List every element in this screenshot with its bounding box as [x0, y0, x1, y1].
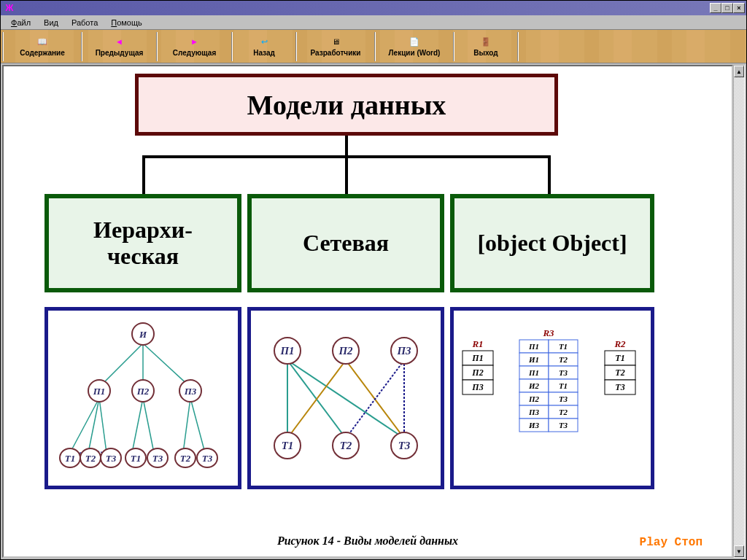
root-box: Модели данных	[135, 74, 558, 136]
scroll-up-button[interactable]: ▲	[734, 66, 744, 77]
net-svg: П1П2П3 Т1Т2Т3	[251, 311, 441, 486]
content-area: Модели данных Иерархи-ческая Сетевая [ob…	[1, 63, 746, 559]
svg-text:Т3: Т3	[559, 394, 568, 403]
prev-button[interactable]: ◄ Предыдущая	[85, 32, 154, 61]
svg-text:Т2: Т2	[180, 453, 191, 464]
svg-line-0	[99, 343, 143, 387]
svg-text:П3: П3	[528, 408, 540, 416]
rel-title: [object Object]	[477, 230, 627, 256]
arrow-right-icon: ►	[189, 36, 201, 47]
svg-text:R2: R2	[614, 338, 626, 349]
svg-text:Т1: Т1	[65, 453, 75, 464]
titlebar: Ж _ □ ×	[1, 1, 746, 15]
back-arrow-icon: ↩	[258, 36, 270, 47]
svg-text:R3: R3	[542, 327, 554, 338]
toolbar: 📖 Содержание ◄ Предыдущая ► Следующая ↩ …	[1, 30, 746, 63]
rel-body: R1 П1П2П3 R3	[450, 307, 654, 489]
svg-text:П2: П2	[136, 386, 150, 397]
svg-text:И: И	[139, 329, 147, 340]
svg-text:И3: И3	[528, 421, 540, 429]
svg-text:П3: П3	[471, 382, 483, 392]
hier-body: И П1П2П3 Т1Т2Т3 Т1Т3 Т2Т3	[44, 307, 241, 489]
close-button[interactable]: ×	[733, 3, 745, 13]
lectures-button[interactable]: 📄 Лекции (Word)	[378, 32, 451, 61]
computer-icon: 🖥	[330, 36, 341, 47]
svg-text:Т1: Т1	[131, 453, 141, 464]
svg-text:П2: П2	[338, 345, 353, 357]
svg-text:П1: П1	[528, 368, 539, 377]
svg-line-6	[132, 398, 143, 453]
svg-text:Т3: Т3	[202, 453, 213, 464]
svg-text:Т1: Т1	[559, 381, 568, 390]
svg-text:Т1: Т1	[559, 342, 568, 351]
menu-work[interactable]: Работа	[66, 17, 104, 28]
vertical-scrollbar[interactable]: ▲ ▼	[733, 65, 745, 558]
stop-link[interactable]: Стоп	[675, 536, 703, 549]
svg-text:Т3: Т3	[106, 453, 117, 464]
doc-icon: 📄	[409, 36, 420, 47]
svg-line-5	[99, 398, 107, 453]
book-icon: 📖	[36, 36, 48, 47]
svg-line-4	[88, 398, 99, 453]
menubar: Файл Вид Работа Помощь	[1, 15, 746, 30]
svg-line-2	[143, 343, 190, 387]
app-window: Ж _ □ × Файл Вид Работа Помощь 📖 Содержа…	[0, 0, 747, 560]
menu-view[interactable]: Вид	[38, 17, 64, 28]
scroll-down-button[interactable]: ▼	[734, 545, 744, 557]
rel-title-box: [object Object]	[450, 194, 654, 292]
next-button[interactable]: ► Следующая	[160, 32, 229, 61]
svg-text:Т1: Т1	[615, 353, 624, 363]
root-title: Модели данных	[247, 89, 446, 121]
hier-title-box: Иерархи-ческая	[44, 194, 241, 292]
hier-svg: И П1П2П3 Т1Т2Т3 Т1Т3 Т2Т3	[48, 311, 238, 486]
svg-text:Т1: Т1	[282, 440, 294, 451]
svg-text:И1: И1	[528, 355, 539, 364]
rel-svg: R1 П1П2П3 R3	[454, 311, 651, 486]
svg-line-3	[70, 398, 99, 453]
svg-text:Т2: Т2	[559, 408, 568, 416]
svg-text:П1: П1	[93, 386, 106, 397]
svg-text:Т3: Т3	[152, 453, 163, 464]
svg-text:Т2: Т2	[85, 453, 96, 464]
net-title-box: Сетевая	[247, 194, 444, 292]
back-button[interactable]: ↩ Назад	[235, 32, 293, 61]
svg-text:П1: П1	[279, 345, 294, 357]
svg-text:Т3: Т3	[398, 440, 411, 451]
svg-text:П3: П3	[396, 345, 411, 357]
exit-icon: 🚪	[480, 36, 492, 47]
devs-button[interactable]: 🖥 Разработчики	[299, 32, 372, 61]
svg-line-8	[183, 398, 190, 453]
svg-text:П1: П1	[471, 353, 483, 363]
play-stop-controls[interactable]: Play Стоп	[640, 536, 703, 549]
svg-text:П1: П1	[528, 342, 539, 351]
contents-button[interactable]: 📖 Содержание	[6, 32, 79, 61]
svg-text:П2: П2	[471, 368, 483, 378]
diagram-viewport: Модели данных Иерархи-ческая Сетевая [ob…	[2, 65, 733, 558]
svg-text:Т3: Т3	[559, 368, 568, 377]
app-icon: Ж	[4, 2, 15, 14]
svg-line-34	[287, 360, 404, 438]
svg-text:Т2: Т2	[615, 368, 624, 378]
net-title: Сетевая	[303, 230, 389, 256]
svg-text:П2: П2	[528, 394, 540, 403]
menu-file[interactable]: Файл	[5, 17, 36, 28]
exit-button[interactable]: 🚪 Выход	[457, 32, 515, 61]
menu-help[interactable]: Помощь	[105, 17, 148, 28]
svg-text:Т2: Т2	[340, 440, 352, 451]
scroll-track[interactable]	[734, 77, 744, 545]
svg-text:Т2: Т2	[559, 355, 568, 364]
minimize-button[interactable]: _	[710, 3, 721, 13]
svg-line-7	[143, 398, 154, 453]
hier-title: Иерархи-ческая	[93, 217, 193, 268]
play-link[interactable]: Play	[640, 536, 667, 549]
maximize-button[interactable]: □	[721, 3, 733, 13]
svg-text:Т3: Т3	[615, 382, 624, 392]
arrow-left-icon: ◄	[114, 36, 125, 47]
figure-caption: Рисунок 14 - Виды моделей данных	[4, 534, 732, 548]
svg-line-9	[190, 398, 205, 453]
svg-text:П3: П3	[184, 386, 197, 397]
svg-text:Т3: Т3	[559, 421, 568, 429]
svg-text:И2: И2	[528, 381, 540, 390]
net-body: П1П2П3 Т1Т2Т3	[247, 307, 444, 489]
svg-text:R1: R1	[471, 338, 483, 349]
